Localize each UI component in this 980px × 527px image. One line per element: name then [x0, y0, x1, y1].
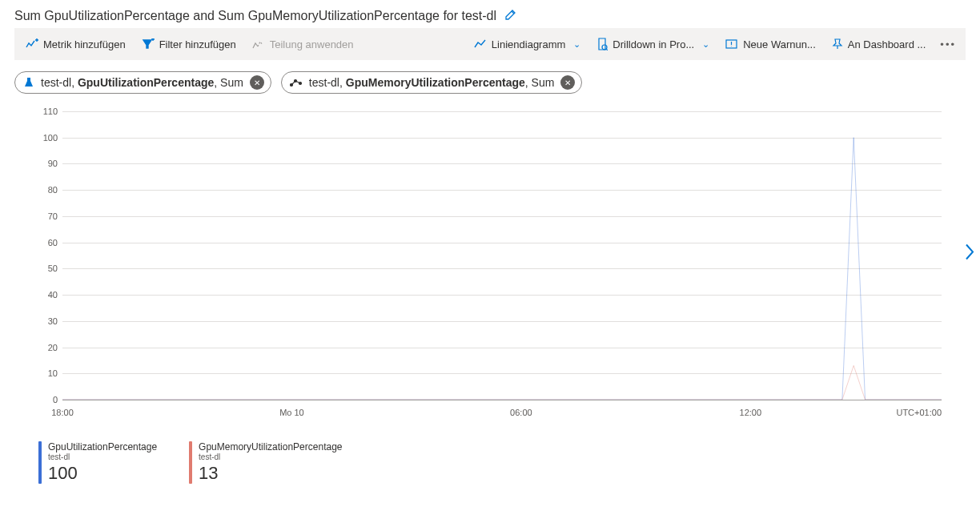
edit-title-icon[interactable] — [504, 8, 517, 23]
next-panel-chevron[interactable] — [959, 239, 980, 270]
y-axis-tick: 80 — [30, 185, 58, 195]
legend-name: GpuUtilizationPercentage — [48, 441, 157, 453]
y-axis-tick: 40 — [30, 290, 58, 300]
apply-split-button: Teilung anwenden — [244, 28, 362, 60]
timezone-label: UTC+01:00 — [896, 408, 942, 417]
x-axis-tick: 12:00 — [740, 408, 762, 417]
sparkline-plus-icon — [26, 38, 38, 50]
more-menu-button[interactable]: ••• — [934, 38, 962, 50]
y-axis-tick: 90 — [30, 159, 58, 168]
chevron-down-icon: ⌄ — [573, 39, 580, 50]
y-axis-tick: 60 — [30, 238, 58, 247]
x-axis-tick: 06:00 — [510, 408, 532, 417]
legend-value: 13 — [199, 463, 342, 484]
metric-pill[interactable]: test-dl, GpuUtilizationPercentage, Sum ✕ — [14, 71, 271, 94]
filter-plus-icon — [142, 38, 155, 50]
legend-item[interactable]: GpuUtilizationPercentage test-dl 100 — [38, 441, 157, 484]
add-metric-button[interactable]: Metrik hinzufügen — [18, 28, 134, 60]
drilldown-dropdown[interactable]: Drilldown in Pro... ⌄ — [588, 28, 717, 60]
y-axis-tick: 100 — [30, 133, 58, 143]
y-axis-tick: 10 — [30, 368, 58, 378]
legend-color-swatch — [189, 441, 192, 484]
x-axis-tick: 18:00 — [51, 408, 74, 417]
drilldown-icon — [596, 38, 608, 50]
split-icon — [252, 38, 265, 50]
legend-item[interactable]: GpuMemoryUtilizationPercentage test-dl 1… — [189, 441, 342, 484]
new-alert-button[interactable]: Neue Warnun... — [717, 28, 824, 60]
y-axis-tick: 20 — [30, 343, 58, 352]
dots-line-icon — [290, 78, 303, 87]
remove-pill-icon[interactable]: ✕ — [250, 75, 264, 90]
add-filter-button[interactable]: Filter hinzufügen — [134, 28, 244, 60]
x-axis-tick: Mo 10 — [279, 408, 304, 417]
pin-icon — [832, 38, 843, 50]
legend-name: GpuMemoryUtilizationPercentage — [199, 441, 342, 453]
chart-toolbar: Metrik hinzufügen Filter hinzufügen Teil… — [14, 28, 966, 60]
page-title: Sum GpuUtilizationPercentage and Sum Gpu… — [14, 9, 496, 23]
alert-icon — [725, 38, 738, 50]
gridline — [62, 400, 942, 400]
y-axis-tick: 0 — [30, 395, 58, 404]
metrics-chart[interactable]: 010203040506070809010011018:00Mo 1006:00… — [62, 103, 942, 424]
y-axis-tick: 70 — [30, 211, 58, 221]
legend-color-swatch — [38, 441, 42, 484]
legend-resource: test-dl — [48, 453, 157, 461]
metric-pill-label: test-dl, GpuUtilizationPercentage, Sum — [41, 76, 243, 89]
flask-icon — [23, 77, 34, 88]
metric-pill[interactable]: test-dl, GpuMemoryUtilizationPercentage,… — [281, 71, 583, 94]
y-axis-tick: 50 — [30, 264, 58, 273]
remove-pill-icon[interactable]: ✕ — [560, 75, 575, 90]
pin-dashboard-button[interactable]: An Dashboard ... — [824, 28, 934, 60]
legend-value: 100 — [48, 463, 157, 484]
chart-series-line — [62, 365, 942, 400]
metric-pills-row: test-dl, GpuUtilizationPercentage, Sum ✕… — [14, 71, 966, 94]
line-chart-icon — [474, 38, 487, 50]
chevron-down-icon: ⌄ — [702, 39, 709, 50]
metric-pill-label: test-dl, GpuMemoryUtilizationPercentage,… — [309, 76, 555, 89]
y-axis-tick: 110 — [30, 107, 58, 116]
chart-series-line — [62, 138, 942, 400]
chart-type-dropdown[interactable]: Liniendiagramm ⌄ — [466, 28, 589, 60]
legend-resource: test-dl — [199, 453, 342, 461]
y-axis-tick: 30 — [30, 316, 58, 326]
